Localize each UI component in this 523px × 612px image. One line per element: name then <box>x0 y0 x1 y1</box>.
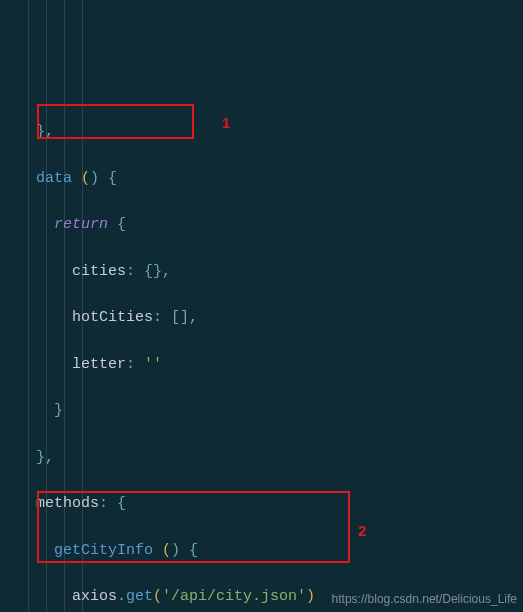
code-line: }, <box>18 120 517 143</box>
code-line: hotCities: [], <box>18 306 517 329</box>
code-line: }, <box>18 446 517 469</box>
code-line: data () { <box>18 167 517 190</box>
watermark: https://blog.csdn.net/Delicious_Life <box>332 590 517 609</box>
code-line: methods: { <box>18 492 517 515</box>
code-block: }, data () { return { cities: {}, hotCit… <box>0 0 523 612</box>
code-line: } <box>18 399 517 422</box>
code-line: letter: '' <box>18 353 517 376</box>
code-line: cities: {}, <box>18 260 517 283</box>
code-line: return { <box>18 213 517 236</box>
code-line: getCityInfo () { <box>18 539 517 562</box>
